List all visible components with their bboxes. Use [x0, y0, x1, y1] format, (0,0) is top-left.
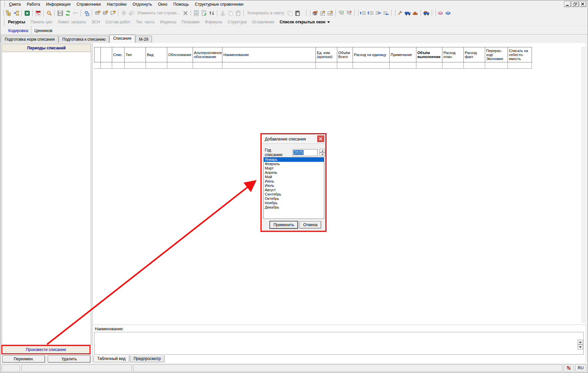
- month-item[interactable]: Июль: [264, 183, 324, 188]
- language-indicator[interactable]: RU: [575, 364, 586, 372]
- scroll-up-button[interactable]: [578, 340, 583, 345]
- month-item[interactable]: Февраль: [264, 162, 324, 166]
- table-row[interactable]: [167, 62, 193, 69]
- month-item[interactable]: Апрель: [264, 170, 324, 175]
- toolbar-grip[interactable]: [394, 10, 395, 16]
- year-input[interactable]: 2025: [292, 149, 318, 156]
- toolbar-grip[interactable]: [3, 10, 4, 16]
- books-pink-icon[interactable]: [437, 9, 444, 17]
- outdent-last-icon[interactable]: [382, 9, 390, 17]
- column-header[interactable]: Перерас-ход/ Экономия: [485, 47, 508, 62]
- table-row[interactable]: [508, 62, 532, 69]
- outdent-icon[interactable]: [375, 9, 382, 17]
- toolbar-grip[interactable]: [309, 10, 310, 16]
- pdf-export-icon[interactable]: [34, 9, 42, 17]
- column-header[interactable]: Ед. изм. (краткая): [316, 47, 337, 62]
- panel-open-windows[interactable]: Список открытых окон: [277, 19, 333, 25]
- column-header[interactable]: Расход на единицу: [353, 47, 390, 62]
- truck-icon[interactable]: [404, 9, 412, 17]
- toolbar-grip[interactable]: [357, 10, 358, 16]
- column-header[interactable]: Примечание: [390, 47, 416, 62]
- copy-icon[interactable]: [227, 9, 234, 17]
- table-row[interactable]: [101, 62, 112, 69]
- unlock-icon[interactable]: [83, 9, 90, 17]
- comment-gear-icon[interactable]: [109, 9, 117, 17]
- cut-icon[interactable]: [219, 9, 227, 17]
- cancel-button[interactable]: Отмена: [300, 221, 321, 229]
- price-p-icon[interactable]: P: [319, 9, 327, 17]
- table-row[interactable]: [222, 62, 316, 69]
- insert-row-gear-icon[interactable]: [94, 9, 102, 17]
- column-header[interactable]: Объём Всего: [337, 47, 353, 62]
- sort-updown-icon[interactable]: [208, 9, 216, 17]
- month-item[interactable]: Сентябрь: [264, 192, 324, 197]
- table-row[interactable]: [125, 62, 146, 69]
- menu-spravochniki[interactable]: Справочники: [73, 1, 104, 8]
- price-pr-icon[interactable]: ПР: [327, 9, 334, 17]
- month-item[interactable]: Май: [264, 175, 324, 179]
- save-icon[interactable]: [56, 9, 64, 17]
- tree-add-icon[interactable]: [12, 9, 20, 17]
- insert-section-gear-icon[interactable]: [102, 9, 109, 17]
- copy-page-icon[interactable]: [286, 9, 294, 17]
- table-row[interactable]: [337, 62, 353, 69]
- table-row[interactable]: [416, 62, 442, 69]
- menu-nastroiki[interactable]: Настройки: [104, 1, 130, 8]
- write-off-button[interactable]: Произвести списание: [26, 347, 66, 352]
- month-item[interactable]: Ноябрь: [264, 201, 324, 205]
- tab-tablichny-vid[interactable]: Табличный вид: [93, 355, 129, 362]
- table-row[interactable]: [146, 62, 167, 69]
- column-header[interactable]: [101, 47, 112, 62]
- minimize-button[interactable]: [564, 1, 571, 7]
- search-icon[interactable]: [45, 9, 53, 17]
- month-item[interactable]: Июнь: [264, 179, 324, 183]
- truck-load-icon[interactable]: [423, 9, 430, 17]
- month-item[interactable]: Август: [264, 188, 324, 192]
- table-row[interactable]: [442, 62, 464, 69]
- spinner-up-button[interactable]: [320, 149, 325, 152]
- bricks-icon[interactable]: [412, 9, 419, 17]
- tab-podgotovka-k-spisaniyu[interactable]: Подготовка к списанию: [59, 36, 109, 43]
- undo-icon[interactable]: [72, 9, 79, 17]
- table-row[interactable]: [464, 62, 485, 69]
- month-item[interactable]: Март: [264, 166, 324, 170]
- paste-page-icon[interactable]: [294, 9, 302, 17]
- month-item-selected[interactable]: Январь: [264, 157, 324, 162]
- tree-edit-icon[interactable]: [338, 9, 345, 17]
- paste-icon[interactable]: [234, 9, 242, 17]
- table-row[interactable]: [485, 62, 508, 69]
- menu-smeta[interactable]: Смета: [6, 1, 24, 8]
- column-header[interactable]: Альтернативное обоснование: [193, 47, 222, 62]
- column-header[interactable]: Расход план.: [442, 47, 464, 62]
- panel-resursy[interactable]: Ресурсы: [5, 19, 28, 25]
- menu-rabota[interactable]: Работа: [24, 1, 43, 8]
- excel-export-icon[interactable]: [23, 9, 31, 17]
- calculator-icon[interactable]: [193, 9, 200, 17]
- toolbar-grip[interactable]: [3, 2, 5, 7]
- menu-okno[interactable]: Окно: [155, 1, 170, 8]
- delete-row-icon[interactable]: [182, 9, 189, 17]
- menu-informacia[interactable]: Информация: [43, 1, 73, 8]
- table-row[interactable]: [390, 62, 416, 69]
- month-item[interactable]: Декабрь: [264, 205, 324, 210]
- refresh-icon[interactable]: [64, 9, 72, 17]
- toolbar-grip[interactable]: [435, 10, 436, 16]
- tools-icon[interactable]: [396, 9, 404, 17]
- table-row[interactable]: [316, 62, 337, 69]
- coding-value[interactable]: Ценников: [32, 28, 52, 33]
- toolbar-grip[interactable]: [3, 19, 4, 25]
- column-header[interactable]: Объём выполнения: [416, 47, 442, 62]
- column-header[interactable]: Вид: [146, 47, 167, 62]
- apply-button[interactable]: Применить: [270, 221, 298, 229]
- column-header[interactable]: Обоснование: [167, 47, 193, 62]
- tab-spisanie[interactable]: Списание: [110, 35, 135, 43]
- name-textarea[interactable]: [94, 332, 584, 355]
- group-rows-icon[interactable]: [128, 9, 136, 17]
- replace-row-icon[interactable]: [120, 9, 128, 17]
- column-header[interactable]: Расход факт.: [464, 47, 485, 62]
- close-button[interactable]: [579, 1, 586, 7]
- indent-up-icon[interactable]: [367, 9, 375, 17]
- tree-delete-icon[interactable]: [345, 9, 353, 17]
- scroll-down-button[interactable]: [578, 345, 583, 350]
- column-header[interactable]: [94, 47, 101, 62]
